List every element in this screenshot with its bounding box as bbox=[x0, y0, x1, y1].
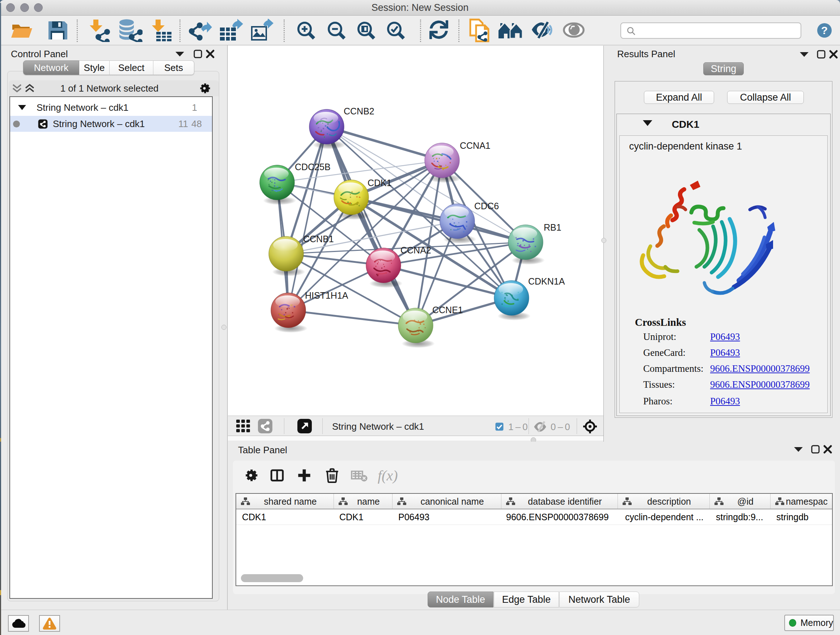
svg-text:CCNB2: CCNB2 bbox=[344, 106, 374, 116]
svg-text:CDC6: CDC6 bbox=[474, 201, 499, 211]
svg-text:CDC25B: CDC25B bbox=[295, 162, 331, 172]
svg-text:HIST1H1A: HIST1H1A bbox=[305, 290, 348, 301]
svg-text:CCNA1: CCNA1 bbox=[460, 141, 491, 150]
svg-text:CCNB1: CCNB1 bbox=[303, 234, 334, 244]
svg-text:?: ? bbox=[821, 24, 828, 36]
svg-text:CCNA2: CCNA2 bbox=[401, 245, 431, 255]
svg-text:RB1: RB1 bbox=[544, 222, 561, 233]
svg-text:CDK1: CDK1 bbox=[368, 178, 392, 188]
svg-text:CDKN1A: CDKN1A bbox=[528, 276, 565, 287]
svg-text:CCNE1: CCNE1 bbox=[432, 305, 463, 315]
